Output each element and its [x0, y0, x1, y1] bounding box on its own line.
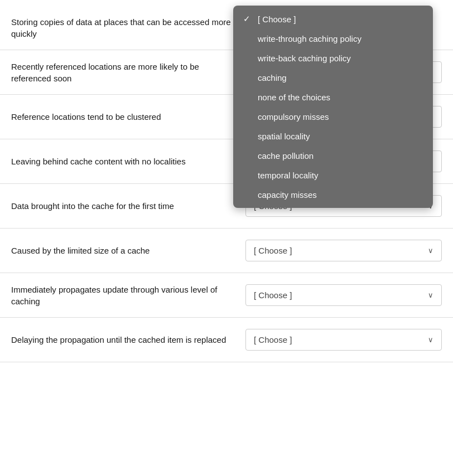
row-label-6: Caused by the limited size of a cache: [11, 245, 245, 256]
dropdown-item-label-6: spatial locality: [258, 132, 310, 141]
chevron-down-icon-8: ∨: [428, 336, 433, 344]
select-value-8: [ Choose ]: [254, 335, 292, 344]
dropdown-item-label-8: temporal locality: [258, 171, 318, 180]
chevron-down-icon-6: ∨: [428, 246, 433, 255]
row-label-1: Storing copies of data at places that ca…: [11, 16, 245, 40]
dropdown-item-4[interactable]: none of the choices: [233, 88, 433, 107]
dropdown-item-label-9: capacity misses: [258, 190, 317, 200]
dropdown-item-1[interactable]: write-through caching policy: [233, 29, 433, 48]
select-value-6: [ Choose ]: [254, 246, 292, 255]
dropdown-item-label-0: [ Choose ]: [258, 14, 296, 24]
dropdown-item-label-7: cache pollution: [258, 151, 314, 161]
matching-row-6: Caused by the limited size of a cache[ C…: [0, 229, 453, 273]
dropdown-item-7[interactable]: cache pollution: [233, 146, 433, 166]
row-select-7: [ Choose ]∨: [245, 284, 442, 306]
select-box-7[interactable]: [ Choose ]∨: [245, 284, 442, 306]
dropdown-item-3[interactable]: caching: [233, 68, 433, 88]
row-label-3: Reference locations tend to be clustered: [11, 111, 245, 123]
select-box-8[interactable]: [ Choose ]∨: [245, 329, 442, 351]
dropdown-item-9[interactable]: capacity misses: [233, 185, 433, 205]
select-value-7: [ Choose ]: [254, 290, 292, 300]
row-select-6: [ Choose ]∨: [245, 240, 442, 261]
chevron-down-icon-7: ∨: [428, 291, 433, 299]
matching-row-8: Delaying the propagation until the cache…: [0, 318, 453, 362]
dropdown-item-2[interactable]: write-back caching policy: [233, 48, 433, 68]
row-select-8: [ Choose ]∨: [245, 329, 442, 351]
dropdown-item-0[interactable]: ✓[ Choose ]: [233, 9, 433, 29]
dropdown-item-6[interactable]: spatial locality: [233, 127, 433, 146]
dropdown-item-8[interactable]: temporal locality: [233, 166, 433, 185]
row-label-2: Recently referenced locations are more l…: [11, 61, 245, 84]
dropdown-menu[interactable]: ✓[ Choose ]write-through caching policyw…: [233, 6, 433, 208]
check-icon-0: ✓: [243, 14, 256, 24]
dropdown-item-5[interactable]: compulsory misses: [233, 107, 433, 127]
dropdown-item-label-3: caching: [258, 73, 287, 82]
row-label-4: Leaving behind cache content with no loc…: [11, 156, 245, 167]
row-label-5: Data brought into the cache for the firs…: [11, 200, 245, 212]
row-label-8: Delaying the propagation until the cache…: [11, 334, 245, 346]
dropdown-item-label-1: write-through caching policy: [258, 34, 362, 43]
dropdown-item-label-2: write-back caching policy: [258, 54, 351, 63]
matching-row-7: Immediately propagates update through va…: [0, 273, 453, 318]
row-label-7: Immediately propagates update through va…: [11, 284, 245, 307]
dropdown-item-label-5: compulsory misses: [258, 112, 329, 122]
dropdown-item-label-4: none of the choices: [258, 93, 330, 102]
matching-exercise: ✓[ Choose ]write-through caching policyw…: [0, 0, 453, 368]
select-box-6[interactable]: [ Choose ]∨: [245, 240, 442, 261]
